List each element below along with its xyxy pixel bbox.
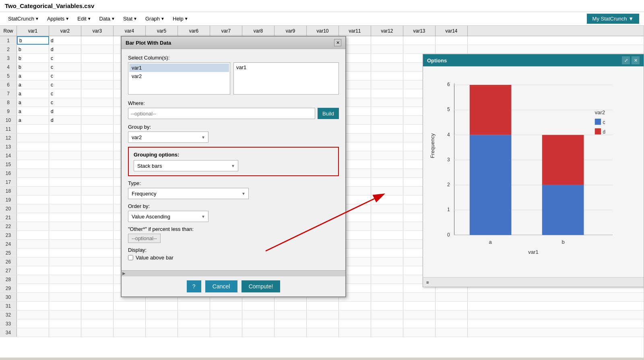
cell[interactable] (17, 134, 49, 142)
cell[interactable] (114, 319, 146, 328)
cell[interactable]: b (17, 63, 49, 71)
cell[interactable] (371, 36, 403, 45)
cell[interactable] (371, 63, 403, 71)
cell[interactable] (81, 151, 114, 160)
col-header-var3[interactable]: var3 (81, 26, 114, 36)
menu-graph[interactable]: Graph ▼ (142, 14, 168, 23)
cell[interactable] (436, 293, 468, 301)
cell[interactable]: a (17, 80, 49, 89)
cell[interactable] (17, 187, 49, 195)
cell[interactable] (17, 204, 49, 213)
cell[interactable]: a (17, 116, 49, 124)
cell[interactable] (17, 169, 49, 177)
cell[interactable] (49, 257, 81, 266)
cell[interactable] (81, 107, 114, 115)
cell[interactable] (371, 257, 403, 266)
menu-help[interactable]: Help ▼ (169, 14, 192, 23)
cell[interactable] (81, 231, 114, 239)
cell[interactable] (436, 328, 468, 337)
columns-list[interactable]: var1 var2 (128, 62, 230, 95)
cell[interactable] (339, 311, 371, 319)
menu-edit[interactable]: Edit ▼ (74, 14, 94, 23)
cell[interactable]: b (17, 54, 49, 62)
cell[interactable] (81, 249, 114, 257)
cell[interactable] (17, 125, 49, 133)
cell[interactable] (81, 302, 114, 310)
column-item-var2[interactable]: var2 (129, 72, 229, 80)
cell[interactable]: c (49, 80, 81, 89)
compute-button[interactable]: Compute! (242, 280, 281, 292)
cell[interactable] (371, 266, 403, 275)
cell[interactable] (81, 187, 114, 195)
cell[interactable] (371, 204, 403, 213)
cell[interactable] (146, 319, 178, 328)
cell[interactable] (436, 302, 468, 310)
cell[interactable] (371, 222, 403, 230)
cell[interactable] (275, 319, 307, 328)
cell[interactable] (81, 204, 114, 213)
col-header-var11[interactable]: var11 (339, 26, 371, 36)
col-header-var4[interactable]: var4 (114, 26, 146, 36)
cell[interactable] (371, 275, 403, 284)
cell[interactable] (81, 195, 114, 204)
my-statcrunch-button[interactable]: My StatCrunch ▼ (587, 14, 639, 24)
cell[interactable] (371, 107, 403, 115)
menu-data[interactable]: Data ▼ (96, 14, 118, 23)
cell[interactable] (17, 275, 49, 284)
cell[interactable] (371, 89, 403, 98)
cell[interactable] (17, 142, 49, 151)
cell[interactable] (17, 266, 49, 275)
column-item-var1[interactable]: var1 (129, 64, 229, 72)
cell[interactable]: c (49, 98, 81, 107)
order-by-select[interactable]: Value Ascending (128, 211, 208, 222)
cell[interactable]: a (17, 107, 49, 115)
col-header-var9[interactable]: var9 (275, 26, 307, 36)
cell[interactable] (81, 293, 114, 301)
col-header-var12[interactable]: var12 (371, 26, 403, 36)
cell[interactable] (81, 169, 114, 177)
cell[interactable] (17, 222, 49, 230)
cell[interactable]: c (49, 54, 81, 62)
cell[interactable] (81, 160, 114, 169)
cell[interactable] (436, 311, 468, 319)
cell[interactable]: d (49, 45, 81, 53)
cell[interactable] (436, 319, 468, 328)
cell[interactable] (81, 319, 114, 328)
cell[interactable] (371, 293, 403, 301)
col-header-var6[interactable]: var6 (178, 26, 210, 36)
cell[interactable] (210, 319, 242, 328)
cell[interactable] (371, 80, 403, 89)
cell[interactable] (49, 178, 81, 186)
cell[interactable] (436, 36, 468, 45)
cell[interactable] (81, 89, 114, 98)
cell[interactable] (81, 240, 114, 248)
cell[interactable] (81, 266, 114, 275)
cell[interactable] (17, 160, 49, 169)
cell[interactable] (146, 328, 178, 337)
cell[interactable] (371, 45, 403, 53)
grouping-options-select[interactable]: Stack bars (134, 160, 238, 171)
cell[interactable]: b (17, 45, 49, 53)
cell[interactable] (49, 302, 81, 310)
col-header-var2[interactable]: var2 (49, 26, 81, 36)
where-input[interactable] (128, 108, 315, 119)
cell[interactable] (49, 249, 81, 257)
cell[interactable] (371, 284, 403, 292)
cell[interactable] (81, 98, 114, 107)
cell[interactable] (371, 178, 403, 186)
cell[interactable]: d (49, 36, 81, 45)
cell[interactable] (81, 80, 114, 89)
cell[interactable] (178, 311, 210, 319)
cell[interactable] (81, 45, 114, 53)
cell[interactable] (210, 302, 242, 310)
hamburger-icon[interactable]: ≡ (426, 280, 429, 285)
cell[interactable] (371, 116, 403, 124)
cell[interactable]: d (49, 116, 81, 124)
cell[interactable] (371, 231, 403, 239)
cell[interactable] (49, 284, 81, 292)
cell[interactable] (17, 284, 49, 292)
cell[interactable] (81, 54, 114, 62)
cell[interactable] (178, 319, 210, 328)
col-header-var7[interactable]: var7 (210, 26, 242, 36)
cell[interactable] (81, 142, 114, 151)
